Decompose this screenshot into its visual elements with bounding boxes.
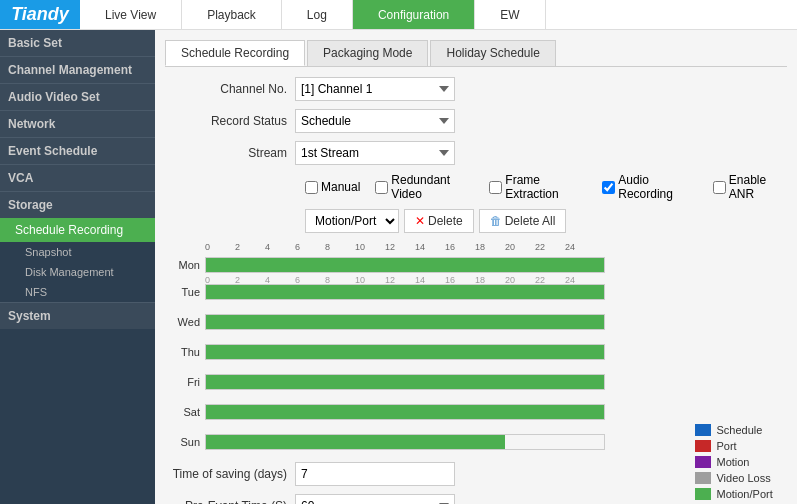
spacer-fri	[165, 392, 695, 400]
sidebar-section-audio-video-set[interactable]: Audio Video Set	[0, 83, 155, 110]
sat-grid[interactable]	[205, 404, 605, 420]
sub-tab-holiday-schedule[interactable]: Holiday Schedule	[430, 40, 555, 66]
redundant-video-label: Redundant Video	[391, 173, 474, 201]
enable-anr-checkbox[interactable]	[713, 181, 726, 194]
record-status-label: Record Status	[165, 114, 295, 128]
pre-event-label: Pre-Event Time (S)	[165, 499, 295, 504]
enable-anr-label: Enable ANR	[729, 173, 787, 201]
sidebar-section-network[interactable]: Network	[0, 110, 155, 137]
delete-button[interactable]: ✕ Delete	[404, 209, 474, 233]
schedule-grid: 0 2 4 6 8 10 12 14 16 18 20 22 2	[165, 239, 695, 452]
nav-tab-live-view[interactable]: Live View	[80, 0, 182, 29]
legend-color-video-loss	[695, 472, 711, 484]
delete-label: Delete	[428, 214, 463, 228]
stream-select[interactable]: 1st Stream	[295, 141, 455, 165]
schedule-row-tue: Tue	[165, 282, 695, 302]
nav-tab-playback[interactable]: Playback	[182, 0, 282, 29]
channel-no-label: Channel No.	[165, 82, 295, 96]
check-audio-recording[interactable]: Audio Recording	[602, 173, 698, 201]
legend-label-schedule: Schedule	[716, 424, 762, 436]
mode-select-container[interactable]: Motion/Port	[305, 209, 399, 233]
day-sat-label: Sat	[165, 406, 205, 418]
manual-checkbox[interactable]	[305, 181, 318, 194]
check-redundant-video[interactable]: Redundant Video	[375, 173, 474, 201]
time-saving-label: Time of saving (days)	[165, 467, 295, 481]
frame-extraction-checkbox[interactable]	[489, 181, 502, 194]
legend-label-motion-port: Motion/Port	[716, 488, 772, 500]
time-12: 12	[385, 242, 415, 252]
redundant-video-checkbox[interactable]	[375, 181, 388, 194]
bottom-form: Time of saving (days) Pre-Event Time (S)…	[165, 462, 787, 504]
spacer-sat	[165, 422, 695, 430]
time-24: 24	[565, 242, 585, 252]
legend-video-loss: Video Loss	[695, 472, 777, 484]
check-frame-extraction[interactable]: Frame Extraction	[489, 173, 587, 201]
wed-grid[interactable]	[205, 314, 605, 330]
day-fri-label: Fri	[165, 376, 205, 388]
day-sun-label: Sun	[165, 436, 205, 448]
sidebar-section-event-schedule[interactable]: Event Schedule	[0, 137, 155, 164]
mode-select[interactable]: Motion/Port	[306, 210, 398, 232]
nav-tab-log[interactable]: Log	[282, 0, 353, 29]
sidebar-section-system[interactable]: System	[0, 302, 155, 329]
sub-tab-packaging-mode[interactable]: Packaging Mode	[307, 40, 428, 66]
schedule-row-thu: Thu	[165, 342, 695, 362]
legend-color-schedule	[695, 424, 711, 436]
legend-label-port: Port	[716, 440, 736, 452]
content-area: Schedule Recording Packaging Mode Holida…	[155, 30, 797, 504]
nav-tab-configuration[interactable]: Configuration	[353, 0, 475, 29]
check-manual[interactable]: Manual	[305, 180, 360, 194]
day-wed-label: Wed	[165, 316, 205, 328]
sidebar-subitem-nfs[interactable]: NFS	[0, 282, 155, 302]
buttons-row: Motion/Port ✕ Delete 🗑 Delete All	[305, 209, 787, 233]
schedule-row-mon: Mon	[165, 255, 695, 275]
time-16: 16	[445, 242, 475, 252]
delete-all-label: Delete All	[505, 214, 556, 228]
legend-color-motion	[695, 456, 711, 468]
time-20: 20	[505, 242, 535, 252]
sub-tabs: Schedule Recording Packaging Mode Holida…	[165, 40, 787, 67]
fri-grid[interactable]	[205, 374, 605, 390]
time-saving-input[interactable]	[295, 462, 455, 486]
nav-tab-ew[interactable]: EW	[475, 0, 545, 29]
sidebar-subitem-disk-management[interactable]: Disk Management	[0, 262, 155, 282]
pre-event-row: Pre-Event Time (S) 60	[165, 494, 787, 504]
nav-tabs: Live View Playback Log Configuration EW	[80, 0, 797, 29]
time-8: 8	[325, 242, 355, 252]
sidebar-subitem-snapshot[interactable]: Snapshot	[0, 242, 155, 262]
day-thu-label: Thu	[165, 346, 205, 358]
sidebar-section-storage[interactable]: Storage	[0, 191, 155, 218]
sidebar-section-channel-management[interactable]: Channel Management	[0, 56, 155, 83]
logo: Tiandy	[0, 0, 80, 29]
schedule-row-sat: Sat	[165, 402, 695, 422]
legend-motion: Motion	[695, 456, 777, 468]
thu-grid[interactable]	[205, 344, 605, 360]
header: Tiandy Live View Playback Log Configurat…	[0, 0, 797, 30]
audio-recording-checkbox[interactable]	[602, 181, 615, 194]
time-22: 22	[535, 242, 565, 252]
sidebar-section-basic-set[interactable]: Basic Set	[0, 30, 155, 56]
time-marks: 0 2 4 6 8 10 12 14 16 18 20 22 2	[205, 242, 605, 252]
sidebar-section-vca[interactable]: VCA	[0, 164, 155, 191]
tue-grid[interactable]	[205, 284, 605, 300]
legend-schedule: Schedule	[695, 424, 777, 436]
schedule-section: 0 2 4 6 8 10 12 14 16 18 20 22 2	[165, 239, 787, 452]
legend-label-motion: Motion	[716, 456, 749, 468]
stream-row: Stream 1st Stream	[165, 141, 787, 165]
record-status-select[interactable]: Schedule	[295, 109, 455, 133]
pre-event-select[interactable]: 60	[295, 494, 455, 504]
mon-grid[interactable]	[205, 257, 605, 273]
channel-no-select[interactable]: [1] Channel 1	[295, 77, 455, 101]
check-enable-anr[interactable]: Enable ANR	[713, 173, 787, 201]
stream-label: Stream	[165, 146, 295, 160]
time-header-sub-mon: 0 2 4 6 8 10 12 14 16 18 20 22 2	[165, 275, 695, 277]
sidebar-item-schedule-recording[interactable]: Schedule Recording	[0, 218, 155, 242]
schedule-row-wed: Wed	[165, 312, 695, 332]
content-wrapper: Schedule Recording Packaging Mode Holida…	[165, 40, 787, 504]
delete-all-button[interactable]: 🗑 Delete All	[479, 209, 567, 233]
schedule-header-row: 0 2 4 6 8 10 12 14 16 18 20 22 2	[165, 239, 695, 255]
sub-tab-schedule-recording[interactable]: Schedule Recording	[165, 40, 305, 66]
time-14: 14	[415, 242, 445, 252]
sun-grid[interactable]	[205, 434, 605, 450]
delete-x-icon: ✕	[415, 214, 425, 228]
